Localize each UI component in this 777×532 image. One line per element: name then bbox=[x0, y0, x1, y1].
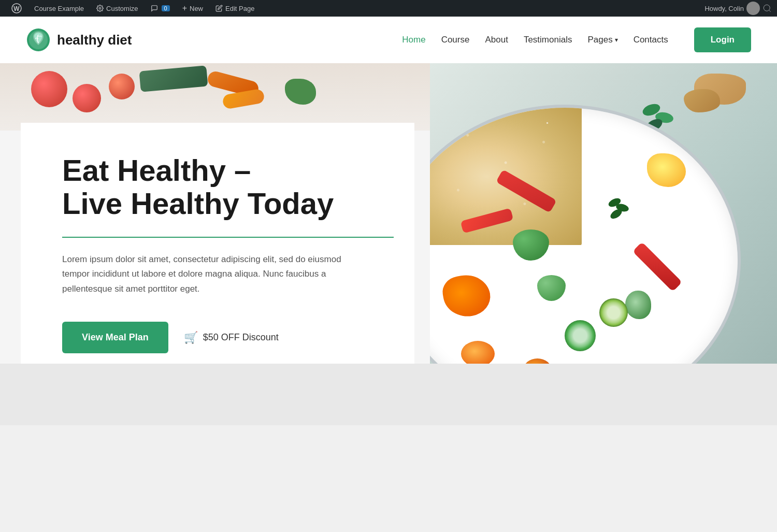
tomato-decor-3 bbox=[109, 74, 135, 99]
new-label: New bbox=[190, 5, 203, 12]
below-hero-section bbox=[0, 363, 777, 425]
edit-icon bbox=[215, 5, 223, 12]
bowl-contents bbox=[430, 108, 738, 364]
admin-bar-right: Howdy, Colin bbox=[704, 2, 772, 15]
logo-icon bbox=[26, 27, 51, 52]
hero-heading-line1: Eat Healthy – bbox=[62, 153, 251, 187]
nav-course[interactable]: Course bbox=[441, 35, 470, 45]
customize-link[interactable]: Customize bbox=[90, 0, 144, 17]
broccoli-floret-2 bbox=[537, 275, 566, 301]
avatar[interactable] bbox=[746, 2, 760, 15]
hero-divider bbox=[62, 237, 394, 238]
hero-actions: View Meal Plan 🛒 $50 OFF Discount bbox=[62, 322, 378, 353]
site-name-header: healthy diet bbox=[57, 32, 132, 48]
new-content-link[interactable]: + New bbox=[176, 0, 209, 17]
hero-body-text: Lorem ipsum dolor sit amet, consectetur … bbox=[62, 252, 363, 297]
orange-pepper bbox=[440, 271, 494, 320]
comment-count: 0 bbox=[162, 5, 170, 11]
wordpress-logo-button[interactable]: W bbox=[5, 0, 28, 17]
site-header: healthy diet Home Course About Testimoni… bbox=[0, 17, 777, 63]
hero-section: Eat Healthy – Live Healthy Today Lorem i… bbox=[0, 63, 777, 364]
site-name-label: Course Example bbox=[34, 5, 84, 12]
main-nav: Home Course About Testimonials Pages ▾ C… bbox=[402, 27, 751, 52]
search-icon[interactable] bbox=[762, 4, 772, 13]
nav-pages[interactable]: Pages ▾ bbox=[587, 35, 617, 45]
hero-content-card: Eat Healthy – Live Healthy Today Lorem i… bbox=[21, 123, 414, 364]
salad-bowl bbox=[430, 105, 741, 364]
h-leaf-3 bbox=[609, 207, 624, 221]
wordpress-icon: W bbox=[11, 3, 22, 13]
zucchini-decor bbox=[139, 65, 208, 92]
login-button[interactable]: Login bbox=[694, 27, 751, 52]
nav-home[interactable]: Home bbox=[402, 35, 425, 45]
admin-bar-items: W Course Example Customize 0 + New bbox=[5, 0, 704, 17]
svg-point-2 bbox=[99, 7, 101, 9]
site-name-link[interactable]: Course Example bbox=[28, 0, 90, 17]
cart-icon: 🛒 bbox=[184, 331, 198, 344]
broccoli-floret-1 bbox=[513, 229, 549, 261]
nav-testimonials[interactable]: Testimonials bbox=[524, 35, 572, 45]
carrot-piece-2 bbox=[523, 358, 552, 364]
carrot-decor-2 bbox=[222, 88, 265, 109]
svg-point-3 bbox=[764, 5, 770, 11]
comments-link[interactable]: 0 bbox=[145, 0, 176, 17]
herb-garnish bbox=[608, 199, 634, 220]
customize-label: Customize bbox=[106, 5, 138, 12]
zucchini-slice-1 bbox=[565, 320, 596, 351]
nav-about[interactable]: About bbox=[485, 35, 508, 45]
site-logo[interactable]: healthy diet bbox=[26, 27, 402, 52]
tomato-decor-1 bbox=[31, 71, 67, 107]
discount-offer: 🛒 $50 OFF Discount bbox=[184, 331, 279, 344]
nav-contacts[interactable]: Contacts bbox=[634, 35, 668, 45]
carrot-piece-1 bbox=[461, 341, 495, 364]
yellow-squash bbox=[647, 153, 686, 187]
user-greeting: Howdy, Colin bbox=[704, 5, 744, 12]
red-pepper-strip-3 bbox=[632, 242, 682, 292]
tomato-decor-2 bbox=[73, 84, 101, 112]
plus-icon: + bbox=[182, 4, 187, 13]
herb-decor bbox=[285, 79, 316, 105]
comments-icon bbox=[151, 5, 158, 12]
salad-scene bbox=[430, 63, 777, 364]
hero-heading-line2: Live Healthy Today bbox=[62, 186, 334, 220]
hero-heading: Eat Healthy – Live Healthy Today bbox=[62, 154, 378, 220]
svg-text:W: W bbox=[13, 5, 20, 12]
edit-page-link[interactable]: Edit Page bbox=[209, 0, 261, 17]
admin-bar: W Course Example Customize 0 + New bbox=[0, 0, 777, 17]
nav-pages-label: Pages bbox=[587, 35, 612, 45]
view-meal-plan-button[interactable]: View Meal Plan bbox=[62, 322, 168, 353]
discount-label: $50 OFF Discount bbox=[203, 332, 279, 343]
chevron-down-icon: ▾ bbox=[615, 36, 618, 44]
customize-icon bbox=[96, 5, 104, 12]
edit-page-label: Edit Page bbox=[225, 5, 254, 12]
zucchini-slice-2 bbox=[599, 298, 628, 327]
food-photo-container bbox=[430, 63, 777, 364]
brussels-sprout bbox=[625, 291, 651, 319]
svg-line-4 bbox=[769, 10, 770, 11]
